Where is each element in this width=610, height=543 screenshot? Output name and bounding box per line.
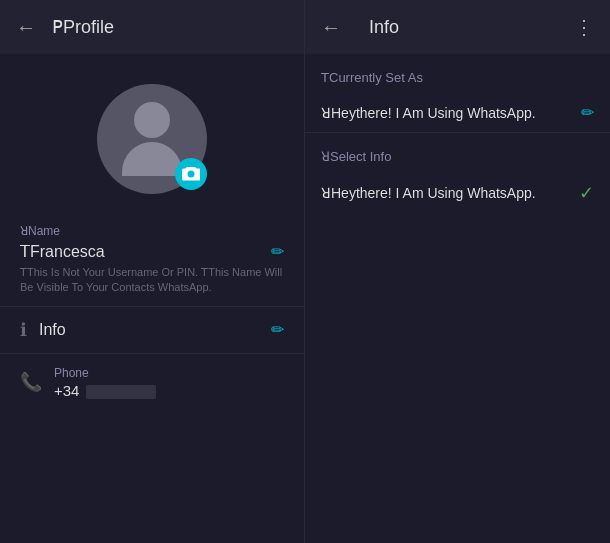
- name-edit-button[interactable]: ✏: [271, 242, 284, 261]
- left-panel: ← ꓑProfile ꓤName ꓔFrancesca ✏ ꓔThis Is N…: [0, 0, 305, 543]
- current-status-text: ꓤHeythere! I Am Using WhatsApp.: [321, 105, 536, 121]
- avatar-section: [0, 54, 304, 214]
- phone-value: +34: [54, 382, 156, 399]
- current-status-edit-button[interactable]: ✏: [581, 103, 594, 122]
- avatar-body: [122, 142, 182, 176]
- name-label: ꓤName: [20, 224, 284, 238]
- name-row: ꓔFrancesca ✏: [20, 242, 284, 261]
- select-status-text: ꓤHeythere! I Am Using WhatsApp.: [321, 185, 536, 201]
- right-panel-title: Info: [369, 17, 399, 38]
- right-header-left: ← Info: [321, 16, 399, 39]
- current-status-item: ꓤHeythere! I Am Using WhatsApp. ✏: [305, 93, 610, 133]
- info-left: ℹ Info: [20, 319, 66, 341]
- phone-icon: 📞: [20, 371, 42, 393]
- right-back-button[interactable]: ←: [321, 16, 341, 39]
- right-header: ← Info ⋮: [305, 0, 610, 54]
- avatar-wrapper: [97, 84, 207, 194]
- avatar-person: [122, 102, 182, 176]
- info-edit-button[interactable]: ✏: [271, 320, 284, 339]
- back-button[interactable]: ←: [16, 16, 36, 39]
- name-hint: ꓔThis Is Not Your Username Or PIN. ꓔThis…: [20, 265, 284, 296]
- currently-set-as-title: ꓔCurrently Set As: [305, 54, 610, 93]
- phone-number: +34: [54, 382, 79, 399]
- info-section: ℹ Info ✏: [0, 307, 304, 354]
- left-panel-title: ꓑProfile: [52, 16, 114, 38]
- phone-section: 📞 Phone +34: [0, 354, 304, 411]
- camera-button[interactable]: [175, 158, 207, 190]
- more-options-button[interactable]: ⋮: [574, 15, 594, 39]
- name-field-section: ꓤName ꓔFrancesca ✏ ꓔThis Is Not Your Use…: [0, 214, 304, 307]
- select-status-item[interactable]: ꓤHeythere! I Am Using WhatsApp. ✓: [305, 172, 610, 214]
- info-label: Info: [39, 321, 66, 339]
- avatar-head: [134, 102, 170, 138]
- phone-details: Phone +34: [54, 366, 156, 399]
- check-icon: ✓: [579, 182, 594, 204]
- left-header: ← ꓑProfile: [0, 0, 304, 54]
- name-value: ꓔFrancesca: [20, 242, 105, 261]
- right-panel: ← Info ⋮ ꓔCurrently Set As ꓤHeythere! I …: [305, 0, 610, 543]
- info-circle-icon: ℹ: [20, 319, 27, 341]
- select-info-title: ꓤSelect Info: [305, 133, 610, 172]
- phone-label: Phone: [54, 366, 156, 380]
- phone-redacted: [86, 385, 156, 399]
- camera-icon: [182, 167, 200, 181]
